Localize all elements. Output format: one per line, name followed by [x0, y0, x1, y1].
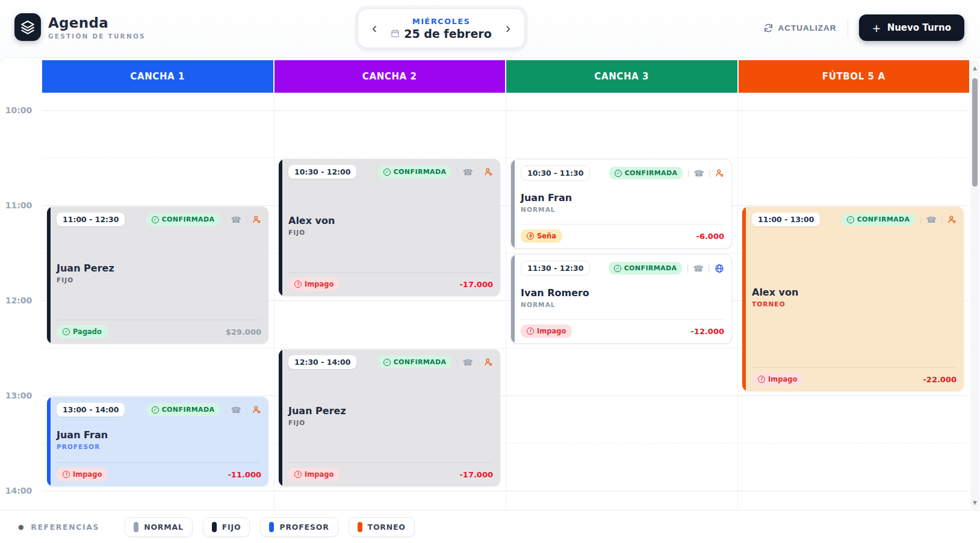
- payment-status-badge: ✓Pagado: [57, 325, 108, 338]
- event-header-icons: ✓CONFIRMADA|☎|: [146, 213, 261, 226]
- event-header-icons: ✓CONFIRMADA|☎|: [842, 213, 957, 226]
- event-header-icons: ✓CONFIRMADA|☎|: [609, 262, 724, 275]
- phone-icon[interactable]: ☎: [694, 169, 704, 178]
- refresh-button[interactable]: ACTUALIZAR: [763, 23, 837, 33]
- divider: |: [246, 216, 248, 224]
- event-footer: ✓Pagado$29.000: [57, 320, 261, 338]
- plus-icon: +: [872, 22, 881, 34]
- app-title: Agenda: [48, 15, 146, 31]
- vertical-scrollbar[interactable]: ▲ ▼: [970, 60, 979, 509]
- payment-status-icon: ✓: [63, 328, 70, 335]
- amount: $29.000: [226, 327, 261, 337]
- event-card[interactable]: 11:30 - 12:30✓CONFIRMADA|☎|Ivan RomeroNO…: [510, 254, 732, 344]
- phone-icon[interactable]: ☎: [463, 358, 473, 367]
- phone-icon[interactable]: ☎: [926, 216, 937, 224]
- check-circle-icon: ✓: [383, 359, 391, 366]
- event-card[interactable]: 12:30 - 14:00✓CONFIRMADA|☎|Juan PerezFIJ…: [279, 349, 500, 486]
- event-card[interactable]: 11:00 - 13:00✓CONFIRMADA|☎|Alex vonTORNE…: [742, 206, 964, 391]
- status-badge: ✓CONFIRMADA: [842, 213, 916, 226]
- column-separator: [737, 95, 738, 510]
- person-add-icon[interactable]: [947, 215, 957, 224]
- prev-day-button[interactable]: ‹: [364, 16, 385, 40]
- client-name: Alex von: [752, 287, 957, 298]
- legend-title: ● REFERENCIAS: [18, 523, 99, 532]
- event-body: Juan FranPROFESOR: [57, 417, 261, 462]
- phone-icon[interactable]: ☎: [231, 406, 241, 414]
- event-card[interactable]: 10:30 - 11:30✓CONFIRMADA|☎|Juan FranNORM…: [510, 159, 732, 249]
- divider: |: [456, 168, 458, 176]
- event-header-icons: ✓CONFIRMADA|☎|: [609, 167, 724, 179]
- payment-status-badge: !Impago: [288, 278, 340, 291]
- legend-color-bar: [358, 522, 362, 532]
- phone-icon[interactable]: ☎: [463, 168, 473, 176]
- brand: Agenda GESTIÓN DE TURNOS: [14, 13, 146, 41]
- client-name: Juan Perez: [57, 262, 261, 274]
- payment-status-icon: !: [294, 471, 302, 478]
- status-badge: ✓CONFIRMADA: [609, 167, 683, 179]
- person-add-icon[interactable]: [252, 405, 261, 414]
- new-turno-button[interactable]: + Nuevo Turno: [859, 14, 964, 41]
- refresh-label: ACTUALIZAR: [778, 23, 837, 33]
- turno-type-label: PROFESOR: [57, 443, 261, 450]
- amount: -12.000: [690, 327, 724, 336]
- event-header: 11:00 - 12:30✓CONFIRMADA|☎|: [57, 213, 261, 226]
- status-badge: ✓CONFIRMADA: [146, 213, 220, 226]
- payment-status-icon: !: [758, 376, 765, 383]
- amount: -22.000: [923, 375, 957, 384]
- divider: |: [224, 216, 226, 224]
- legend-chip-normal: NORMAL: [125, 517, 193, 537]
- turno-type-label: NORMAL: [521, 301, 724, 308]
- status-badge: ✓CONFIRMADA: [609, 262, 683, 275]
- current-date: MIÉRCOLES 25 de febrero: [391, 17, 492, 40]
- event-header-icons: ✓CONFIRMADA|☎|: [146, 403, 261, 416]
- legend-color-bar: [134, 522, 138, 532]
- column-separator: [506, 95, 506, 510]
- event-body: Alex vonTORNEO: [752, 226, 957, 367]
- column-header-cancha-2: CANCHA 2: [274, 60, 506, 93]
- scrollbar-thumb[interactable]: [972, 78, 978, 187]
- status-badge: ✓CONFIRMADA: [378, 356, 452, 368]
- app-header: Agenda GESTIÓN DE TURNOS ‹ MIÉRCOLES: [0, 0, 980, 58]
- payment-status-badge: !Impago: [288, 468, 340, 481]
- person-add-icon[interactable]: [484, 358, 493, 367]
- phone-icon[interactable]: ☎: [693, 264, 704, 273]
- app-subtitle: GESTIÓN DE TURNOS: [48, 33, 146, 40]
- amount: -17.000: [459, 470, 493, 479]
- column-headers: CANCHA 1CANCHA 2CANCHA 3FÚTBOL 5 A: [42, 60, 969, 93]
- phone-icon[interactable]: ☎: [231, 216, 241, 224]
- event-footer: $Seña-6.000: [521, 224, 724, 243]
- event-footer: !Impago-12.000: [521, 319, 724, 338]
- scroll-down-icon[interactable]: ▼: [970, 500, 979, 506]
- day-name: MIÉRCOLES: [391, 17, 492, 26]
- check-circle-icon: ✓: [383, 169, 391, 176]
- globe-icon[interactable]: [715, 264, 724, 273]
- legend-bar: ● REFERENCIAS NORMALFIJOPROFESORTORNEO: [0, 510, 980, 543]
- client-name: Alex von: [288, 215, 493, 226]
- date-text: 25 de febrero: [404, 27, 492, 40]
- divider: |: [477, 358, 480, 367]
- header-actions: ACTUALIZAR + Nuevo Turno: [763, 14, 964, 41]
- person-add-icon[interactable]: [715, 169, 724, 178]
- payment-status-badge: !Impago: [752, 373, 803, 386]
- person-add-icon[interactable]: [252, 215, 261, 224]
- client-name: Juan Fran: [57, 429, 261, 441]
- event-time: 11:30 - 12:30: [521, 261, 590, 276]
- event-header: 13:00 - 14:00✓CONFIRMADA|☎|: [57, 403, 261, 417]
- turno-type-label: FIJO: [288, 229, 493, 236]
- payment-status-badge: !Impago: [521, 324, 572, 338]
- payment-status-icon: !: [294, 281, 302, 288]
- scroll-up-icon[interactable]: ▲: [970, 65, 979, 71]
- event-body: Alex vonFIJO: [288, 179, 493, 272]
- column-header-fútbol-5-a: FÚTBOL 5 A: [739, 60, 970, 93]
- payment-status-badge: !Impago: [57, 468, 108, 481]
- event-card[interactable]: 11:00 - 12:30✓CONFIRMADA|☎|Juan PerezFIJ…: [47, 206, 268, 344]
- event-footer: !Impago-17.000: [288, 462, 493, 481]
- person-add-icon[interactable]: [484, 167, 493, 176]
- layers-logo-icon: [14, 13, 41, 41]
- schedule-board: CANCHA 1CANCHA 2CANCHA 3FÚTBOL 5 A 10:00…: [0, 58, 980, 510]
- event-card[interactable]: 10:30 - 12:00✓CONFIRMADA|☎|Alex vonFIJO!…: [279, 159, 500, 296]
- event-card[interactable]: 13:00 - 14:00✓CONFIRMADA|☎|Juan FranPROF…: [47, 397, 268, 486]
- legend-chip-torneo: TORNEO: [349, 517, 415, 537]
- divider: |: [708, 264, 710, 273]
- next-day-button[interactable]: ›: [498, 16, 518, 40]
